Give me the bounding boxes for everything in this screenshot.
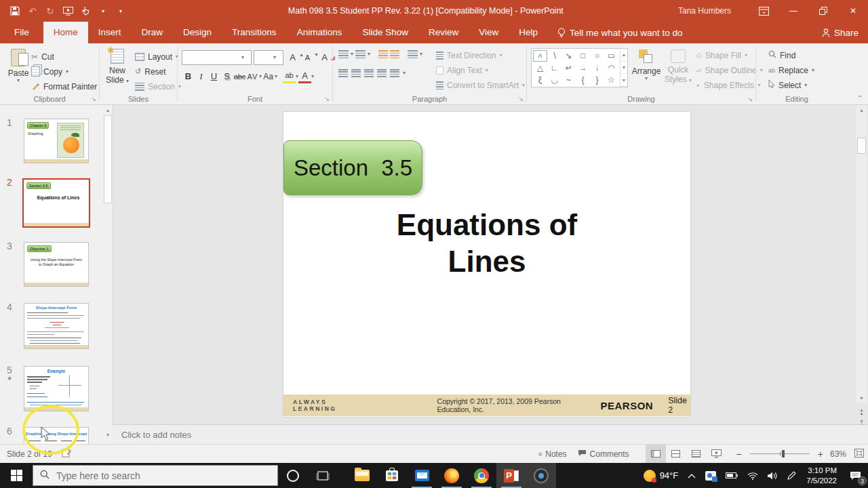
shape-right-angle-icon[interactable]: ∟ — [547, 62, 561, 74]
zoom-slider-thumb[interactable] — [782, 450, 785, 458]
tab-slide-show[interactable]: Slide Show — [352, 22, 418, 43]
thumbnail-slide-2-selected[interactable]: Section 3.5 Equations of Lines — [22, 178, 90, 228]
editor-scroll-up-icon[interactable]: ▲ — [856, 105, 867, 115]
collapse-ribbon-icon[interactable]: ⌃ — [857, 94, 863, 102]
tab-animations[interactable]: Animations — [287, 22, 353, 43]
new-slide-button[interactable]: New Slide ▾ — [102, 47, 133, 85]
numbering-icon[interactable] — [355, 50, 366, 58]
tab-home[interactable]: Home — [43, 22, 88, 43]
quick-styles-button[interactable]: Quick Styles ▾ — [663, 48, 694, 84]
justify-icon[interactable] — [377, 69, 387, 77]
zoom-slider[interactable] — [750, 453, 810, 454]
shapes-gallery[interactable]: A ∖ ↘ □ ○ ▭ △ ∟ ↵ → ↓ ◠ ξ ◡ ~ { } ☆ ▲ — [531, 48, 628, 87]
bold-button[interactable]: B — [182, 69, 195, 83]
paragraph-dialog-launcher-icon[interactable]: ↘ — [518, 96, 524, 102]
shapes-scroll-up-icon[interactable]: ▲ — [620, 49, 627, 62]
copy-dropdown-icon[interactable]: ▾ — [66, 69, 68, 75]
start-button[interactable] — [0, 463, 33, 488]
font-name-input[interactable] — [182, 52, 241, 64]
mail-button[interactable] — [407, 463, 437, 488]
align-left-icon[interactable] — [338, 69, 348, 77]
tab-view[interactable]: View — [469, 22, 509, 43]
shape-textbox-icon[interactable]: A — [533, 50, 547, 62]
save-icon[interactable] — [9, 5, 20, 16]
thumb-scroll-down-icon[interactable]: ▼ — [103, 430, 113, 439]
character-spacing-button[interactable]: AV — [246, 69, 259, 83]
new-slide-dropdown-icon[interactable]: ▾ — [126, 78, 129, 84]
font-size-input[interactable] — [254, 52, 273, 64]
font-name-combo[interactable]: ▾ — [182, 50, 252, 65]
section-badge-shape[interactable]: Section 3.5 — [283, 140, 422, 195]
underline-button[interactable]: U — [208, 69, 220, 83]
find-button[interactable]: Find — [768, 48, 795, 62]
shape-scribble-icon[interactable]: ξ — [533, 75, 547, 86]
account-user-name[interactable]: Tana Humbers — [678, 6, 731, 16]
replace-button[interactable]: ab Replace▾ — [768, 63, 814, 77]
tab-insert[interactable]: Insert — [88, 22, 132, 43]
paste-button[interactable]: Paste ▾ — [3, 47, 34, 83]
editor-scrollbar[interactable]: ▲ ▼ ▲▲ ▼▼ — [856, 105, 867, 422]
thumb-scroll-thumb[interactable] — [104, 115, 112, 203]
tab-review[interactable]: Review — [418, 22, 469, 43]
font-size-combo[interactable]: ▾ — [254, 50, 283, 65]
copy-button[interactable]: Copy ▾ — [31, 64, 68, 79]
shape-arrow-line-icon[interactable]: ↘ — [561, 50, 576, 62]
chrome-button[interactable] — [467, 463, 496, 488]
arrange-button[interactable]: Arrange ▾ — [630, 48, 663, 81]
shape-star-icon[interactable]: ☆ — [604, 75, 618, 86]
shapes-more-icon[interactable]: ▼ — [620, 74, 627, 87]
shape-rounded-rect-icon[interactable]: ▭ — [604, 50, 618, 62]
shape-line-icon[interactable]: ∖ — [547, 50, 561, 62]
shape-triangle-icon[interactable]: △ — [533, 62, 547, 74]
align-right-icon[interactable] — [364, 69, 374, 77]
weather-button[interactable]: 94°F — [639, 463, 684, 488]
ribbon-display-options-icon[interactable] — [749, 0, 778, 22]
notes-placeholder[interactable]: Click to add notes — [121, 430, 191, 440]
ink-workspace-tray-button[interactable] — [783, 463, 801, 488]
format-painter-button[interactable]: Format Painter — [31, 79, 97, 94]
thumbnail-slide-4[interactable]: Slope-Intercept Form — [24, 303, 89, 349]
zoom-level[interactable]: 63% — [830, 449, 846, 459]
undo-icon[interactable]: ↶ — [27, 5, 38, 16]
microsoft-store-button[interactable] — [377, 463, 407, 488]
volume-tray-button[interactable] — [763, 463, 783, 488]
align-center-icon[interactable] — [351, 69, 361, 77]
shape-elbow-icon[interactable]: ↵ — [561, 62, 576, 74]
text-shadow-button[interactable]: S — [220, 69, 233, 83]
shape-effects-button[interactable]: ◐ Shape Effects▾ — [696, 78, 761, 92]
repeat-icon[interactable]: ↻ — [45, 5, 56, 16]
section-button[interactable]: Section ▾ — [135, 79, 181, 94]
shapes-gallery-scrollbar[interactable]: ▲ ▼ ▼ — [620, 49, 627, 87]
previous-slide-button[interactable]: ▲▲ — [856, 407, 867, 418]
bullets-dropdown-icon[interactable]: ▾ — [351, 52, 353, 57]
fit-slide-to-window-icon[interactable] — [854, 449, 864, 460]
shape-ellipse-icon[interactable]: ○ — [590, 50, 604, 62]
file-explorer-button[interactable] — [347, 463, 377, 488]
restore-button[interactable] — [808, 0, 838, 22]
zoom-out-button[interactable]: − — [734, 449, 745, 460]
italic-button[interactable]: I — [195, 69, 208, 83]
action-center-button[interactable]: 3 — [842, 463, 868, 488]
reset-button[interactable]: ↺ Reset — [135, 64, 166, 79]
taskbar-search-box[interactable] — [33, 465, 278, 486]
numbering-dropdown-icon[interactable]: ▾ — [368, 52, 370, 57]
slide-title-text[interactable]: Equations of Lines — [324, 207, 650, 279]
layout-button[interactable]: Layout ▾ — [135, 49, 178, 64]
slide-editor-canvas[interactable]: Section 3.5 Equations of Lines ALWAYS LE… — [113, 105, 868, 424]
line-spacing-icon[interactable] — [408, 50, 418, 58]
font-color-button[interactable]: A — [298, 69, 311, 83]
columns-dropdown-icon[interactable]: ▾ — [403, 70, 406, 76]
share-button[interactable]: Share — [822, 22, 859, 43]
shape-arrow-down-icon[interactable]: ↓ — [590, 62, 604, 74]
change-case-dropdown-icon[interactable]: ▾ — [275, 74, 277, 79]
taskbar-clock[interactable]: 3:10 PM 7/5/2022 — [801, 466, 842, 486]
highlight-color-button[interactable]: ab — [283, 69, 296, 83]
convert-smartart-button[interactable]: Convert to SmartArt▾ — [436, 78, 525, 92]
show-hidden-icons-button[interactable] — [683, 463, 701, 488]
firefox-button[interactable] — [437, 463, 467, 488]
font-dialog-launcher-icon[interactable]: ↘ — [324, 96, 330, 102]
drawing-dialog-launcher-icon[interactable]: ↘ — [747, 96, 753, 102]
comments-toggle-button[interactable]: Comments — [572, 445, 635, 463]
slide-2-canvas[interactable]: Section 3.5 Equations of Lines ALWAYS LE… — [283, 112, 690, 417]
tab-design[interactable]: Design — [173, 22, 222, 43]
